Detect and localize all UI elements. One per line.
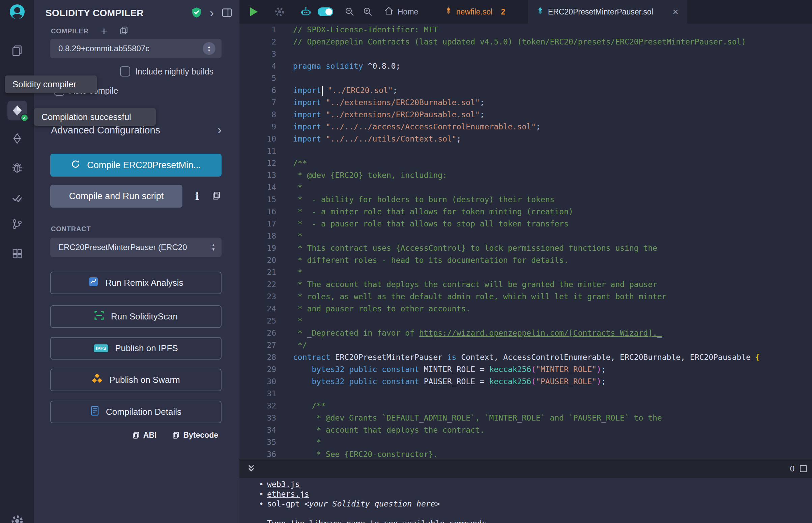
line-number[interactable]: 7 — [240, 96, 276, 109]
line-number[interactable]: 26 — [240, 327, 276, 339]
copy-version-icon[interactable] — [119, 26, 128, 36]
deploy-run-icon[interactable] — [12, 133, 23, 144]
code-line[interactable]: * — [293, 181, 812, 194]
code-line[interactable]: * - ability for holders to burn (destroy… — [293, 194, 812, 205]
line-number[interactable]: 32 — [240, 400, 276, 412]
line-number[interactable]: 36 — [240, 448, 276, 458]
contract-select[interactable]: ERC20PresetMinterPauser (ERC20 ▲▼ — [50, 238, 222, 257]
line-number[interactable]: 27 — [240, 339, 276, 351]
line-number[interactable]: 28 — [240, 351, 276, 363]
code-line[interactable] — [293, 145, 812, 157]
code-line[interactable]: * - a minter role that allows for token … — [293, 205, 812, 218]
line-number[interactable]: 35 — [240, 436, 276, 448]
line-number[interactable]: 34 — [240, 424, 276, 436]
copy-script-icon[interactable] — [212, 191, 221, 201]
code-line[interactable]: * roles, as well as the default admin ro… — [293, 290, 812, 303]
script-config-gear-icon[interactable] — [275, 7, 285, 17]
include-nightly-checkbox[interactable] — [120, 66, 130, 76]
code-line[interactable]: import "../extensions/ERC20Burnable.sol"… — [293, 96, 812, 109]
line-number[interactable]: 30 — [240, 375, 276, 387]
line-number[interactable]: 33 — [240, 412, 276, 424]
copy-abi-button[interactable]: ABI — [132, 431, 157, 440]
code-line[interactable]: * — [293, 436, 812, 448]
code-line[interactable]: // OpenZeppelin Contracts (last updated … — [293, 36, 812, 48]
line-number[interactable]: 29 — [240, 363, 276, 375]
code-line[interactable]: import "../../../utils/Context.sol"; — [293, 133, 812, 145]
code-line[interactable]: * different roles - head to its document… — [293, 254, 812, 266]
code-line[interactable]: bytes32 public constant PAUSER_ROLE = ke… — [293, 375, 812, 387]
code-line[interactable]: * _Deprecated in favor of https://wizard… — [293, 327, 812, 339]
code-line[interactable]: import "../../../access/AccessControlEnu… — [293, 121, 812, 133]
line-number[interactable]: 3 — [240, 48, 276, 60]
line-number[interactable]: 2 — [240, 36, 276, 48]
compiler-version-select[interactable]: 0.8.29+commit.ab55807c ▲▼ — [50, 39, 222, 58]
code-line[interactable]: bytes32 public constant MINTER_ROLE = ke… — [293, 363, 812, 375]
line-number[interactable]: 21 — [240, 266, 276, 278]
copy-bytecode-button[interactable]: Bytecode — [172, 431, 218, 440]
line-number[interactable]: 12 — [240, 157, 276, 169]
collapse-terminal-icon[interactable] — [246, 463, 256, 474]
tab-home[interactable]: Home — [381, 0, 422, 23]
code-line[interactable]: * - a pauser role that allows to stop al… — [293, 218, 812, 230]
advanced-configurations-toggle[interactable]: Advanced Configurations › — [51, 124, 222, 136]
chevron-right-icon[interactable]: › — [210, 7, 214, 19]
code-line[interactable]: * This contract uses {AccessControl} to … — [293, 242, 812, 254]
close-tab-icon[interactable]: × — [672, 7, 678, 17]
terminal-search-icon[interactable] — [800, 465, 807, 472]
line-number[interactable]: 8 — [240, 109, 276, 121]
code-line[interactable] — [293, 48, 812, 60]
code-editor[interactable]: 1234567891011121314151617181920212223242… — [240, 23, 812, 458]
line-number[interactable]: 13 — [240, 169, 276, 181]
line-number[interactable]: 10 — [240, 133, 276, 145]
code-line[interactable]: // SPDX-License-Identifier: MIT — [293, 23, 812, 36]
file-explorer-icon[interactable] — [11, 44, 23, 57]
code-line[interactable]: * — [293, 315, 812, 327]
publish-swarm-button[interactable]: Publish on Swarm — [50, 369, 222, 391]
compilation-details-button[interactable]: Compilation Details — [50, 401, 222, 423]
line-number[interactable]: 18 — [240, 230, 276, 242]
code-line[interactable]: * @dev {ERC20} token, including: — [293, 169, 812, 181]
editor-gutter[interactable]: 1234567891011121314151617181920212223242… — [240, 23, 285, 458]
pin-panel-icon[interactable] — [222, 8, 232, 19]
solidity-compiler-icon[interactable]: ✓ — [7, 101, 27, 120]
code-line[interactable]: * @dev Grants `DEFAULT_ADMIN_ROLE`, `MIN… — [293, 412, 812, 424]
code-line[interactable]: pragma solidity ^0.8.0; — [293, 60, 812, 72]
code-line[interactable]: * account that deploys the contract. — [293, 424, 812, 436]
line-number[interactable]: 31 — [240, 387, 276, 400]
compile-and-run-button[interactable]: Compile and Run script — [50, 185, 182, 208]
code-line[interactable]: contract ERC20PresetMinterPauser is Cont… — [293, 351, 812, 363]
code-line[interactable]: * — [293, 266, 812, 278]
run-remix-analysis-button[interactable]: Run Remix Analysis — [50, 272, 222, 294]
line-number[interactable]: 15 — [240, 194, 276, 205]
line-number[interactable]: 24 — [240, 303, 276, 315]
line-number[interactable]: 9 — [240, 121, 276, 133]
zoom-in-icon[interactable] — [363, 7, 373, 17]
ai-copilot-toggle[interactable] — [318, 7, 333, 16]
settings-icon[interactable] — [11, 514, 24, 523]
line-number[interactable]: 23 — [240, 290, 276, 303]
code-line[interactable] — [293, 387, 812, 400]
code-line[interactable]: /** — [293, 157, 812, 169]
code-line[interactable]: import "../ERC20.sol"; — [293, 84, 812, 96]
editor-code[interactable]: // SPDX-License-Identifier: MIT// OpenZe… — [285, 23, 812, 458]
line-number[interactable]: 16 — [240, 205, 276, 218]
line-number[interactable]: 20 — [240, 254, 276, 266]
static-analysis-icon[interactable] — [12, 192, 23, 203]
publish-ipfs-button[interactable]: IPFS Publish on IPFS — [50, 337, 222, 360]
run-script-play-icon[interactable] — [249, 7, 258, 17]
git-icon[interactable] — [12, 218, 23, 230]
tab-active-file[interactable]: ERC20PresetMinterPauser.sol × — [528, 0, 687, 23]
code-line[interactable]: /** — [293, 400, 812, 412]
line-number[interactable]: 11 — [240, 145, 276, 157]
line-number[interactable]: 17 — [240, 218, 276, 230]
code-line[interactable]: * — [293, 230, 812, 242]
line-number[interactable]: 19 — [240, 242, 276, 254]
line-number[interactable]: 6 — [240, 84, 276, 96]
tab-newfile[interactable]: newfile.sol 2 — [442, 0, 509, 23]
plugin-manager-icon[interactable] — [12, 248, 23, 259]
code-line[interactable] — [293, 72, 812, 84]
line-number[interactable]: 5 — [240, 72, 276, 84]
add-compiler-icon[interactable]: + — [101, 25, 107, 36]
line-number[interactable]: 4 — [240, 60, 276, 72]
code-line[interactable]: * The account that deploys the contract … — [293, 278, 812, 290]
